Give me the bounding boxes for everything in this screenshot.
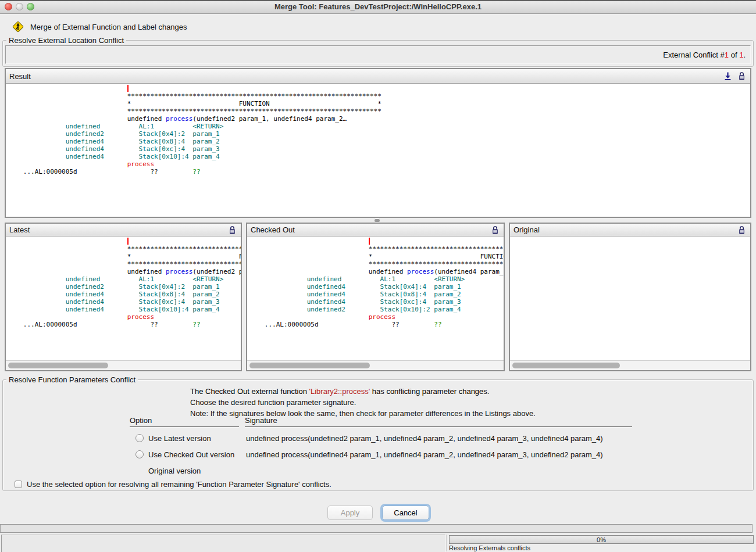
original-panel-header: Original — [510, 224, 750, 236]
signature-header-rule — [245, 426, 632, 427]
checked-out-panel-title: Checked Out — [251, 225, 295, 234]
column-header-option: Option — [130, 416, 152, 425]
conflict-counter-panel: External Conflict #1 of 1. — [5, 45, 751, 64]
status-bar-right: 0% Resolving Externals conflicts — [447, 535, 755, 551]
merge-tool-window: Merge Tool: Features_DevTestProject:/Win… — [0, 0, 756, 552]
checked-out-hscrollbar[interactable] — [247, 360, 504, 370]
option-row-latest: Use Latest version undefined process(und… — [3, 433, 753, 445]
conflict-description-line2: Choose the desired function parameter si… — [190, 397, 536, 408]
scroll-to-bottom-icon[interactable] — [722, 71, 733, 81]
result-panel: Result — [5, 68, 751, 218]
conflict-description: The Checked Out external function 'Libra… — [190, 386, 536, 419]
apply-button[interactable]: Apply — [327, 506, 373, 520]
result-listing[interactable]: ****************************************… — [6, 84, 750, 217]
checked-out-panel: Checked Out ****************************… — [246, 223, 505, 371]
lock-icon[interactable] — [736, 71, 747, 81]
window-title: Merge Tool: Features_DevTestProject:/Win… — [0, 2, 756, 11]
use-for-all-checkbox-label[interactable]: Use the selected option for resolving al… — [27, 480, 331, 489]
status-bar-left — [1, 535, 445, 552]
conflict-description-line1: The Checked Out external function 'Libra… — [190, 386, 536, 397]
original-panel-title: Original — [513, 225, 540, 234]
latest-panel-header: Latest — [6, 224, 241, 236]
latest-signature: undefined process(undefined2 param_1, un… — [246, 434, 603, 443]
lock-icon[interactable] — [736, 225, 747, 235]
radio-use-checked-out[interactable] — [135, 450, 144, 458]
original-version-label: Original version — [148, 467, 201, 475]
option-header-rule — [130, 426, 239, 427]
option-row-original: Original version — [3, 466, 753, 478]
status-message: Resolving Externals conflicts — [449, 544, 530, 551]
progress-percent: 0% — [597, 536, 606, 543]
function-parameters-conflict-group: Resolve Function Parameters Conflict The… — [2, 379, 754, 491]
lock-icon[interactable] — [490, 225, 500, 235]
original-listing[interactable] — [510, 236, 750, 361]
cancel-button[interactable]: Cancel — [382, 506, 429, 520]
column-header-signature: Signature — [245, 416, 277, 425]
result-panel-title: Result — [9, 72, 31, 81]
radio-use-checked-out-label[interactable]: Use Checked Out version — [148, 450, 234, 459]
group-title-external-location: Resolve External Location Conflict — [6, 36, 126, 45]
group-title-function-parameters: Resolve Function Parameters Conflict — [6, 375, 138, 384]
checked-out-signature: undefined process(undefined4 param_1, un… — [246, 450, 603, 459]
latest-hscrollbar-thumb[interactable] — [8, 363, 108, 368]
progress-bar: 0% — [449, 535, 754, 544]
lock-icon[interactable] — [227, 225, 237, 235]
latest-listing[interactable]: ****************************************… — [6, 236, 241, 361]
original-hscrollbar-thumb[interactable] — [512, 363, 620, 368]
latest-panel-title: Latest — [9, 225, 30, 234]
option-row-checked-out: Use Checked Out version undefined proces… — [3, 450, 753, 461]
conflict-counter: External Conflict #1 of 1. — [663, 51, 746, 59]
result-panel-header: Result — [6, 69, 750, 84]
latest-panel: Latest *********************************… — [5, 223, 242, 371]
checked-out-panel-header: Checked Out — [247, 224, 504, 236]
merge-phase-title: Merge of External Function and Label cha… — [30, 23, 187, 31]
merge-sign-icon — [12, 20, 24, 33]
bottom-scroll-strip — [0, 524, 753, 533]
conflict-description-line3: Note: If the signatures below look the s… — [190, 408, 536, 419]
external-location-conflict-group: Resolve External Location Conflict Exter… — [2, 40, 754, 67]
apply-to-all-row: Use the selected option for resolving al… — [15, 480, 331, 489]
use-for-all-checkbox[interactable] — [15, 481, 22, 488]
radio-use-latest-label[interactable]: Use Latest version — [148, 434, 211, 443]
latest-hscrollbar[interactable] — [6, 360, 241, 370]
checked-out-hscrollbar-thumb[interactable] — [249, 363, 370, 368]
original-panel: Original — [509, 223, 751, 371]
radio-use-latest[interactable] — [135, 434, 144, 442]
splitter-handle[interactable] — [375, 218, 380, 222]
checked-out-listing[interactable]: ****************************************… — [247, 236, 504, 361]
original-hscrollbar[interactable] — [510, 360, 750, 370]
titlebar: Merge Tool: Features_DevTestProject:/Win… — [0, 1, 756, 14]
